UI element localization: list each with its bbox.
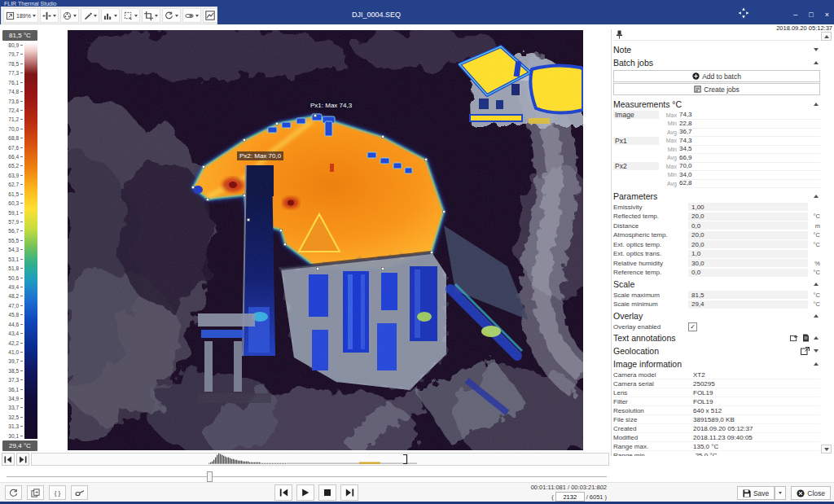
- loop-button[interactable]: [5, 485, 22, 500]
- import-annotations-icon[interactable]: [790, 335, 798, 342]
- colorbar-tick-label: 38,5: [2, 368, 23, 374]
- metadata-button[interactable]: { }: [49, 485, 66, 500]
- collapse-icon[interactable]: [814, 283, 819, 286]
- overlay-enabled-checkbox[interactable]: ✓: [688, 322, 697, 331]
- section-overlay[interactable]: Overlay: [613, 309, 820, 322]
- px2-annotation-label[interactable]: Px2: Max 70,0: [237, 151, 283, 160]
- selection-tool-dropdown[interactable]: [121, 8, 140, 23]
- colorbar-tick-label: 67,6: [2, 145, 23, 151]
- parameter-value-field[interactable]: 30,0: [688, 259, 808, 267]
- colorbar-tick-label: 72,4: [2, 107, 23, 113]
- close-circle-icon: [797, 489, 805, 497]
- collapse-icon[interactable]: [814, 103, 819, 106]
- colorbar-tick-label: 37,3: [2, 377, 23, 383]
- save-button[interactable]: Save: [737, 486, 775, 500]
- image-info-label: Filter: [613, 398, 693, 405]
- colorbar-tick-label: 47,0: [2, 303, 23, 309]
- panel-scrollbar[interactable]: [821, 30, 832, 455]
- signature-button[interactable]: [71, 485, 88, 500]
- parameter-value-field[interactable]: 0,0: [688, 221, 808, 230]
- expand-icon[interactable]: [814, 48, 819, 51]
- scale-table: Scale maximum 81,5 °C Scale minimum 29,4…: [613, 291, 820, 309]
- thermal-image: [68, 30, 583, 450]
- parameter-value-field[interactable]: 20,0: [688, 213, 808, 221]
- fusion-tool-dropdown[interactable]: [40, 8, 59, 23]
- pin-icon[interactable]: [616, 30, 623, 39]
- fusion-icon: [42, 11, 51, 20]
- scale-value-field[interactable]: 29,4: [688, 300, 808, 309]
- maximize-button[interactable]: □: [809, 10, 813, 20]
- close-button[interactable]: Close: [791, 486, 831, 500]
- collapse-icon[interactable]: [814, 61, 819, 64]
- crop-icon: [144, 11, 153, 20]
- stop-icon: [323, 489, 331, 497]
- parameter-value-field[interactable]: 1,00: [688, 203, 808, 211]
- edit-annotations-icon[interactable]: [802, 334, 810, 342]
- histogram-tool-dropdown[interactable]: [101, 8, 120, 23]
- parameter-unit: %: [808, 260, 820, 267]
- stop-button[interactable]: [318, 484, 336, 501]
- create-jobs-button[interactable]: Create jobs: [613, 83, 820, 95]
- colorbar-tick-label: 80,9: [2, 42, 23, 48]
- scale-max-chip[interactable]: 81,5 °C: [2, 30, 37, 41]
- pen-icon: [83, 11, 92, 20]
- add-to-batch-button[interactable]: Add to batch: [613, 70, 820, 82]
- selection-end-button[interactable]: [16, 453, 29, 466]
- zoom-level-dropdown[interactable]: 189%: [3, 8, 38, 23]
- close-window-button[interactable]: ×: [825, 10, 829, 20]
- section-image-information[interactable]: Image information: [613, 357, 820, 370]
- colorbar-gradient[interactable]: [24, 42, 37, 439]
- section-batch-jobs[interactable]: Batch jobs: [613, 56, 820, 69]
- chevron-down-icon: [175, 15, 178, 17]
- colorbar-tick-label: 42,2: [2, 340, 23, 346]
- skip-to-end-button[interactable]: [340, 484, 358, 501]
- section-scale[interactable]: Scale: [613, 278, 820, 291]
- scale-value-field[interactable]: 81,5: [688, 291, 808, 299]
- save-options-dropdown[interactable]: [775, 486, 786, 500]
- selection-start-button[interactable]: [2, 453, 15, 466]
- timeline-slider-track[interactable]: [7, 476, 607, 477]
- measurement-tool-dropdown[interactable]: [81, 8, 99, 23]
- image-info-value: 135,0 °C: [693, 443, 820, 450]
- arrow-up-icon: [824, 35, 829, 38]
- measurements-title: Measurements °C: [613, 99, 682, 109]
- scroll-up-button[interactable]: [821, 32, 832, 41]
- panel-divider: [611, 29, 612, 456]
- section-geolocation[interactable]: Geolocation: [613, 344, 820, 357]
- collapse-icon[interactable]: [814, 362, 819, 366]
- collapse-icon[interactable]: [814, 195, 819, 198]
- section-note[interactable]: Note: [613, 43, 820, 56]
- measurement-row: Min 22,8: [613, 120, 820, 129]
- isotherm-tool-dropdown[interactable]: [182, 8, 201, 23]
- rotate-tool-dropdown[interactable]: [162, 8, 181, 23]
- section-parameters[interactable]: Parameters: [613, 190, 820, 203]
- expand-icon[interactable]: [814, 349, 819, 353]
- current-frame-input[interactable]: [555, 492, 585, 502]
- section-text-annotations[interactable]: Text annotations: [613, 331, 820, 344]
- collapse-icon[interactable]: [814, 336, 819, 340]
- play-button[interactable]: [296, 484, 314, 501]
- time-counters: 00:01:11:081 / 00:03:21:802: [531, 484, 607, 491]
- open-map-icon[interactable]: [801, 347, 810, 355]
- timeline-slider-thumb[interactable]: [207, 471, 213, 482]
- colorbar-tick-label: 56,7: [2, 228, 23, 234]
- parameter-value-field[interactable]: 0,0: [688, 269, 808, 277]
- plot-tool-button[interactable]: [203, 8, 217, 23]
- palette-dropdown[interactable]: [60, 8, 79, 23]
- scroll-down-button[interactable]: [821, 445, 832, 454]
- parameter-value-field[interactable]: 20,0: [688, 231, 808, 239]
- collapse-icon[interactable]: [814, 314, 819, 318]
- px1-annotation-label[interactable]: Px1: Max 74,3: [308, 101, 354, 110]
- image-info-row: Range max. 135,0 °C: [613, 442, 820, 451]
- parameter-value-field[interactable]: 1,0: [688, 250, 808, 258]
- scale-min-chip[interactable]: 29,4 °C: [2, 440, 37, 451]
- export-frames-button[interactable]: [27, 485, 44, 500]
- timeline-strip[interactable]: [31, 453, 609, 466]
- thermal-image-viewer[interactable]: Px1: Max 74,3 Px2: Max 70,0: [68, 30, 583, 450]
- parameter-value-field[interactable]: 20,0: [688, 240, 808, 248]
- crop-tool-dropdown[interactable]: [142, 8, 160, 23]
- minimize-button[interactable]: –: [793, 10, 797, 20]
- section-measurements[interactable]: Measurements °C: [613, 98, 820, 111]
- selection-end-bracket[interactable]: [403, 455, 407, 464]
- skip-to-start-button[interactable]: [274, 484, 292, 501]
